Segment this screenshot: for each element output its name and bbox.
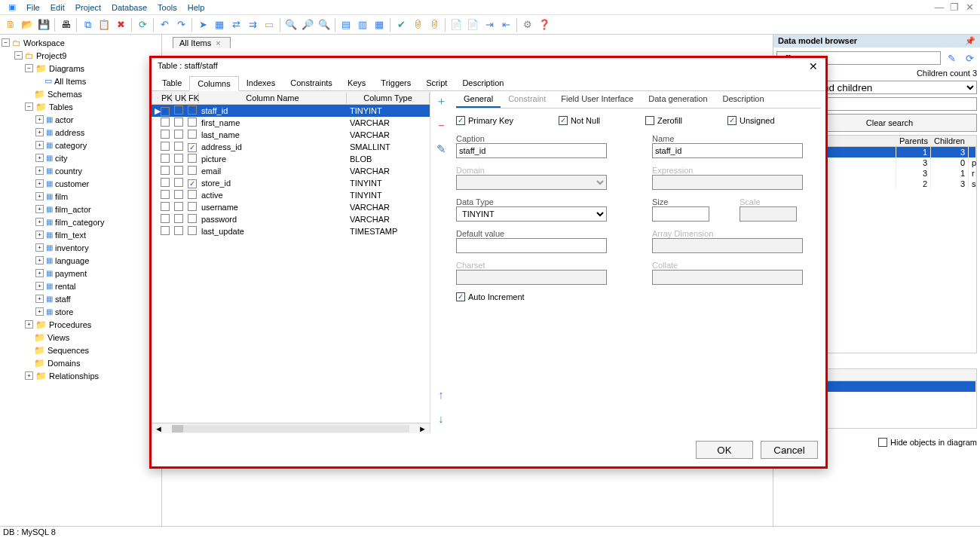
pk-check[interactable] xyxy=(161,118,170,127)
fk-check[interactable] xyxy=(188,179,197,188)
grid2-icon[interactable]: ▥ xyxy=(355,17,370,32)
tab-description[interactable]: Description xyxy=(455,76,511,90)
hide-checkbox[interactable] xyxy=(878,438,887,447)
tree-table[interactable]: payment xyxy=(55,269,87,278)
column-row[interactable]: last_nameVARCHAR xyxy=(152,129,430,141)
pk-check[interactable] xyxy=(161,202,170,211)
expand-toggle[interactable]: + xyxy=(35,218,44,226)
uk-check[interactable] xyxy=(174,142,183,151)
autoinc-checkbox[interactable] xyxy=(456,292,465,301)
undo-icon[interactable]: ↶ xyxy=(157,17,172,32)
tree-table[interactable]: store xyxy=(55,307,73,316)
menu-edit[interactable]: Edit xyxy=(45,3,70,12)
menu-file[interactable]: File xyxy=(21,3,45,12)
dtab-desc[interactable]: Description xyxy=(715,91,772,108)
new-icon[interactable]: 🗎 xyxy=(3,17,18,32)
export-icon[interactable]: ⇤ xyxy=(498,17,513,32)
clear-search-button[interactable]: Clear search xyxy=(802,114,977,132)
expand-toggle[interactable]: + xyxy=(35,307,44,316)
tree-table[interactable]: film xyxy=(55,192,68,201)
dtab-general[interactable]: General xyxy=(456,91,501,108)
pk-check[interactable] xyxy=(161,107,170,116)
expand-toggle[interactable]: + xyxy=(25,371,33,380)
paste-icon[interactable]: 📋 xyxy=(96,17,112,32)
table-icon[interactable]: ▦ xyxy=(212,17,227,32)
pk-check[interactable] xyxy=(161,142,170,151)
tree-root[interactable]: Workspace xyxy=(23,38,65,47)
tree-node[interactable]: Sequences xyxy=(47,346,89,355)
menu-project[interactable]: Project xyxy=(70,3,106,12)
tab-table[interactable]: Table xyxy=(155,76,189,90)
sync-icon[interactable]: ⟳ xyxy=(962,50,977,66)
expand-toggle[interactable]: + xyxy=(35,205,44,213)
menu-tools[interactable]: Tools xyxy=(152,3,182,12)
expand-toggle[interactable]: − xyxy=(2,38,10,47)
zoomfit-icon[interactable]: 🔍 xyxy=(317,17,332,32)
import-icon[interactable]: ⇥ xyxy=(482,17,497,32)
open-icon[interactable]: 📂 xyxy=(20,17,35,32)
domain-select[interactable] xyxy=(456,175,607,190)
expand-toggle[interactable]: + xyxy=(35,141,44,149)
close-icon[interactable]: ✕ xyxy=(807,61,819,73)
fk-check[interactable] xyxy=(188,214,197,223)
settings-icon[interactable]: ⚙ xyxy=(520,17,535,32)
fk-check[interactable] xyxy=(188,118,197,127)
save-icon[interactable]: 💾 xyxy=(36,17,51,32)
uk-check[interactable] xyxy=(174,118,183,127)
column-row[interactable]: usernameVARCHAR xyxy=(152,201,430,213)
tab-triggers[interactable]: Triggers xyxy=(373,76,418,90)
expand-toggle[interactable]: + xyxy=(35,269,44,277)
project-tree[interactable]: −🗀Workspace −🗀Project9 −📁Diagrams ▭All I… xyxy=(0,35,162,526)
db2-icon[interactable]: 🛢 xyxy=(427,17,442,32)
relation2-icon[interactable]: ⇉ xyxy=(245,17,260,32)
redo-icon[interactable]: ↷ xyxy=(173,17,188,32)
refresh-icon[interactable]: ⟳ xyxy=(135,17,150,32)
pk-checkbox[interactable] xyxy=(456,116,465,125)
expand-toggle[interactable]: − xyxy=(25,64,33,72)
pin-icon[interactable]: 📌 xyxy=(965,36,975,46)
column-row[interactable]: ▶staff_idTINYINT xyxy=(152,105,430,117)
copy-icon[interactable]: ⧉ xyxy=(80,17,95,32)
tree-node[interactable]: Procedures xyxy=(49,320,91,329)
pk-check[interactable] xyxy=(161,130,170,139)
tree-project[interactable]: Project9 xyxy=(36,51,66,60)
uk-check[interactable] xyxy=(174,166,183,175)
tree-table[interactable]: actor xyxy=(55,115,73,124)
tree-table[interactable]: address xyxy=(55,128,84,137)
tree-table[interactable]: rental xyxy=(55,282,76,291)
fk-check[interactable] xyxy=(188,226,197,235)
help-icon[interactable]: ❓ xyxy=(537,17,552,32)
pk-check[interactable] xyxy=(161,154,170,163)
expand-toggle[interactable]: + xyxy=(35,282,44,290)
expand-toggle[interactable]: + xyxy=(35,154,44,162)
tree-node[interactable]: Diagrams xyxy=(49,64,84,73)
zoomin-icon[interactable]: 🔍 xyxy=(283,17,299,32)
add-column-button[interactable]: ＋ xyxy=(434,94,448,108)
column-row[interactable]: emailVARCHAR xyxy=(152,165,430,177)
zoomout-icon[interactable]: 🔎 xyxy=(300,17,315,32)
tree-node[interactable]: Tables xyxy=(49,102,73,112)
fk-check[interactable] xyxy=(188,202,197,211)
pk-check[interactable] xyxy=(161,226,170,235)
expand-toggle[interactable]: + xyxy=(35,256,44,264)
menu-help[interactable]: Help xyxy=(182,3,210,12)
tree-node[interactable]: Views xyxy=(47,333,69,342)
tree-table[interactable]: film_text xyxy=(55,231,86,240)
tree-table[interactable]: inventory xyxy=(55,243,89,252)
tree-node[interactable]: Schemas xyxy=(47,90,82,99)
tab-allitems[interactable]: All Items× xyxy=(173,37,231,48)
move-up-button[interactable]: ↑ xyxy=(434,388,448,402)
tab-script[interactable]: Script xyxy=(418,76,455,90)
zerofill-checkbox[interactable] xyxy=(645,116,654,125)
note-icon[interactable]: ▭ xyxy=(262,17,277,32)
expand-toggle[interactable]: + xyxy=(35,115,44,124)
scale-input[interactable] xyxy=(740,206,797,222)
tab-constraints[interactable]: Constraints xyxy=(283,76,340,90)
edit-icon[interactable]: ✎ xyxy=(944,50,959,66)
tree-node[interactable]: All Items xyxy=(54,77,86,86)
column-row[interactable]: last_updateTIMESTAMP xyxy=(152,225,430,237)
pk-check[interactable] xyxy=(161,214,170,223)
cancel-button[interactable]: Cancel xyxy=(761,441,818,459)
tree-table[interactable]: customer xyxy=(55,179,89,188)
uk-check[interactable] xyxy=(174,226,183,235)
